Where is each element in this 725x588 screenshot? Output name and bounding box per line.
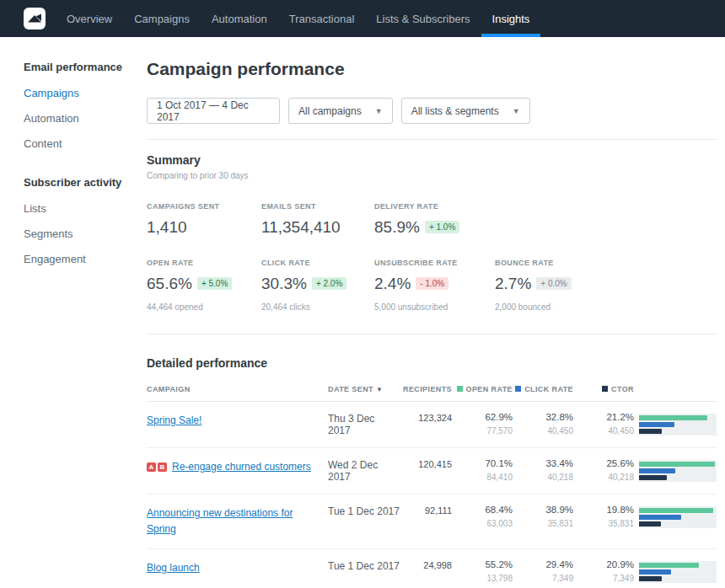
- ctor-count: 40,218: [573, 473, 634, 482]
- recipients-cell: 92,111: [400, 505, 452, 516]
- metric-label: UNSUBSCRIBE RATE: [374, 259, 495, 267]
- lists-segments-filter-select[interactable]: All lists & segments ▼: [401, 98, 530, 124]
- metric-value: 85.9%+ 1.0%: [374, 218, 495, 237]
- click-rate-value: 33.4%: [513, 458, 573, 468]
- campaign-link[interactable]: Announcing new destinations for Spring: [147, 507, 293, 535]
- metric-number: 85.9%: [374, 218, 420, 236]
- date-range-input[interactable]: 1 Oct 2017 — 4 Dec 2017: [147, 98, 280, 124]
- nav-item-automation[interactable]: Automation: [201, 0, 278, 37]
- date-sent-cell: Wed 2 Dec 2017: [328, 458, 400, 483]
- ctor-value: 19.8%: [573, 505, 634, 515]
- row-bar-chart: [634, 412, 717, 436]
- metric-emails-sent: EMAILS SENT 11,354,410: [261, 202, 374, 237]
- table-header: CAMPAIGN DATE SENT▼ RECIPIENTS OPEN RATE…: [147, 385, 717, 402]
- metric-label: CLICK RATE: [261, 259, 374, 267]
- campaigns-filter-value: All campaigns: [298, 105, 362, 117]
- sidebar-heading-email-performance: Email performance: [24, 61, 147, 73]
- click-rate-cell: 32.8%40,450: [513, 412, 573, 436]
- metric-label: BOUNCE RATE: [495, 259, 717, 267]
- column-label: OPEN RATE: [466, 385, 513, 393]
- open-rate-bar: [639, 508, 713, 513]
- recipients-cell: 120,415: [400, 458, 452, 469]
- sidebar-item-content[interactable]: Content: [24, 137, 147, 150]
- metric-sub: 44,464 opened: [147, 302, 261, 312]
- click-rate-bar: [639, 422, 674, 427]
- open-rate-cell: 55.2%13,798: [452, 559, 513, 583]
- click-rate-cell: 33.4%40,218: [513, 458, 573, 482]
- open-rate-cell: 68.4%63,003: [452, 505, 513, 528]
- nav-item-lists-subscribers[interactable]: Lists & Subscribers: [365, 0, 481, 37]
- metric-unsubscribe-rate: UNSUBSCRIBE RATE 2.4%- 1.0% 5,000 unsubs…: [374, 259, 495, 312]
- sidebar-item-automation[interactable]: Automation: [24, 112, 147, 125]
- ab-test-badge-b: B: [158, 462, 167, 472]
- click-rate-bar: [639, 468, 675, 473]
- row-bar-chart: [634, 559, 717, 583]
- ctor-count: 7,349: [573, 574, 634, 583]
- table-row: Blog launch Tue 1 Dec 2017 24,998 55.2%1…: [147, 549, 717, 588]
- ctor-cell: 21.2%40,450: [573, 412, 634, 436]
- ctor-value: 21.2%: [573, 412, 634, 422]
- nav-item-overview[interactable]: Overview: [56, 0, 123, 37]
- date-range-value: 1 Oct 2017 — 4 Dec 2017: [157, 99, 270, 123]
- delta-badge: + 5.0%: [197, 277, 232, 290]
- column-label: CTOR: [611, 385, 634, 393]
- sidebar-item-campaigns[interactable]: Campaigns: [24, 87, 147, 99]
- row-bar-chart: [634, 505, 717, 528]
- sidebar-item-lists[interactable]: Lists: [24, 202, 147, 215]
- open-rate-value: 62.9%: [452, 412, 513, 422]
- ctor-bar: [639, 576, 662, 581]
- metric-sub: 20,464 clicks: [261, 302, 374, 312]
- sidebar-item-engagement[interactable]: Engagement: [24, 253, 147, 265]
- table-row: Spring Sale! Thu 3 Dec 2017 123,324 62.9…: [147, 402, 717, 448]
- click-rate-legend-icon: [515, 386, 521, 392]
- metric-value: 65.6%+ 5.0%: [147, 275, 261, 293]
- delta-badge: - 1.0%: [416, 277, 448, 290]
- click-rate-value: 32.8%: [513, 412, 573, 422]
- lists-segments-filter-value: All lists & segments: [411, 105, 499, 117]
- nav-item-transactional[interactable]: Transactional: [278, 0, 366, 37]
- open-rate-value: 55.2%: [452, 559, 513, 569]
- metric-value: 2.4%- 1.0%: [374, 275, 495, 293]
- click-rate-value: 38.9%: [513, 505, 573, 515]
- open-rate-value: 70.1%: [452, 458, 513, 468]
- click-rate-cell: 38.9%35,831: [513, 505, 573, 528]
- metric-sub: 5,000 unsubscribed: [374, 302, 495, 312]
- click-rate-bar: [639, 569, 671, 575]
- metric-value: 30.3%+ 2.0%: [261, 275, 374, 293]
- open-rate-cell: 62.9%77,570: [452, 412, 513, 436]
- metric-label: CAMPAIGNS SENT: [147, 202, 261, 211]
- open-rate-bar: [639, 415, 707, 420]
- sidebar-heading-subscriber-activity: Subscriber activity: [24, 176, 147, 189]
- ctor-cell: 19.8%35,831: [573, 505, 634, 528]
- delta-badge: + 0.0%: [536, 277, 571, 290]
- open-rate-count: 63,003: [452, 519, 513, 528]
- metric-label: DELIVERY RATE: [374, 202, 495, 211]
- summary-row-1: CAMPAIGNS SENT 1,410 EMAILS SENT 11,354,…: [147, 202, 717, 237]
- nav-items: Overview Campaigns Automation Transactio…: [56, 0, 540, 37]
- open-rate-bar: [639, 462, 715, 467]
- campaign-link[interactable]: Spring Sale!: [147, 414, 201, 426]
- campaign-monitor-logo[interactable]: [24, 0, 46, 37]
- summary-row-2: OPEN RATE 65.6%+ 5.0% 44,464 opened CLIC…: [147, 259, 717, 312]
- main-content: Campaign performance 1 Oct 2017 — 4 Dec …: [147, 37, 725, 588]
- metric-label: EMAILS SENT: [261, 202, 374, 211]
- nav-item-campaigns[interactable]: Campaigns: [123, 0, 201, 37]
- divider: [147, 334, 717, 334]
- page-title: Campaign performance: [147, 59, 717, 79]
- metric-open-rate: OPEN RATE 65.6%+ 5.0% 44,464 opened: [147, 259, 261, 312]
- campaign-link[interactable]: Re-engage churned customers: [172, 461, 311, 473]
- ctor-legend-icon: [602, 386, 608, 392]
- metric-delivery-rate: DELIVERY RATE 85.9%+ 1.0%: [374, 202, 495, 237]
- sidebar-item-segments[interactable]: Segments: [24, 227, 147, 240]
- metric-number: 2.7%: [495, 275, 531, 292]
- column-header-click-rate: CLICK RATE: [513, 385, 573, 393]
- summary-subheading: Comparing to prior 30 days: [147, 171, 717, 180]
- campaign-link[interactable]: Blog launch: [147, 562, 200, 574]
- campaigns-filter-select[interactable]: All campaigns ▼: [288, 98, 393, 124]
- nav-item-insights[interactable]: Insights: [481, 0, 541, 37]
- column-header-date-sent[interactable]: DATE SENT▼: [328, 385, 400, 393]
- summary-heading: Summary: [147, 153, 717, 167]
- filters-bar: 1 Oct 2017 — 4 Dec 2017 All campaigns ▼ …: [147, 98, 717, 124]
- ctor-count: 35,831: [573, 519, 634, 528]
- detailed-performance-heading: Detailed performance: [147, 356, 717, 370]
